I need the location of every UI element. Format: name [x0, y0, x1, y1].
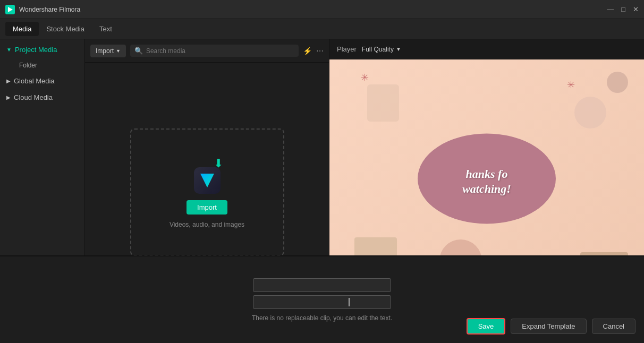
tab-media[interactable]: Media	[5, 22, 39, 36]
quality-label: Full Quality	[362, 46, 394, 53]
arrow-icon-global: ▶	[6, 78, 11, 84]
sparkle-icon: ✳	[567, 79, 575, 91]
video-text: hanks fowatching!	[462, 166, 511, 196]
template-panel: There is no replaceable clip, you can ed…	[0, 255, 644, 343]
more-options-icon[interactable]: ⋯	[316, 47, 324, 55]
sidebar-item-cloud-media[interactable]: ▶ Cloud Media	[0, 89, 84, 106]
search-icon: 🔍	[134, 47, 143, 55]
minimize-btn[interactable]: —	[607, 5, 614, 13]
sidebar-label-project-media: Project Media	[15, 46, 57, 54]
sidebar-item-project-media[interactable]: ▼ Project Media	[0, 41, 84, 58]
template-input-2[interactable]	[253, 295, 391, 309]
bottom-actions: Save Expand Template Cancel	[467, 318, 635, 335]
template-input-1[interactable]	[253, 278, 391, 292]
filmora-logo-icon	[194, 167, 221, 194]
import-zone-button[interactable]: Import	[187, 200, 227, 215]
import-button[interactable]: Import ▼	[90, 45, 126, 57]
top-tabs: Media Stock Media Text	[0, 19, 644, 39]
window-controls: — □ ✕	[607, 5, 639, 13]
download-arrow-icon: ⬇	[214, 157, 223, 170]
quality-selector[interactable]: Full Quality ▼	[362, 46, 401, 53]
app-title: Wondershare Filmora	[19, 6, 607, 13]
import-drop-zone[interactable]: ⬇ Import Videos, audio, and images	[130, 128, 284, 256]
import-zone-icon: ⬇	[189, 157, 226, 194]
save-button[interactable]: Save	[467, 318, 506, 335]
expand-template-button[interactable]: Expand Template	[511, 319, 586, 334]
quality-dropdown-arrow: ▼	[396, 46, 401, 52]
import-dropdown-arrow: ▼	[116, 48, 121, 54]
player-label: Player	[337, 45, 357, 53]
template-hint: There is no replaceable clip, you can ed…	[252, 314, 392, 322]
template-inputs	[253, 278, 391, 309]
arrow-icon-cloud: ▶	[6, 95, 11, 100]
player-header: Player Full Quality ▼	[329, 39, 644, 59]
sidebar-item-folder[interactable]: Folder	[0, 58, 84, 73]
arrow-icon: ▼	[6, 47, 12, 53]
tab-stock-media[interactable]: Stock Media	[39, 22, 92, 36]
deco-circle-2	[607, 72, 628, 93]
app-logo	[5, 5, 15, 14]
cancel-button[interactable]: Cancel	[592, 319, 635, 334]
search-box: 🔍	[130, 45, 299, 57]
sidebar-item-global-media[interactable]: ▶ Global Media	[0, 73, 84, 89]
maximize-btn[interactable]: □	[621, 5, 625, 13]
import-label: Import	[96, 47, 114, 55]
media-toolbar: Import ▼ 🔍 ⚡ ⋯	[85, 39, 329, 63]
filter-icon[interactable]: ⚡	[303, 47, 312, 55]
tab-text[interactable]: Text	[92, 22, 120, 36]
sparkle-icon-2: ✳	[361, 72, 369, 83]
titlebar: Wondershare Filmora — □ ✕	[0, 0, 644, 19]
text-cursor	[349, 298, 350, 306]
import-zone-description: Videos, audio, and images	[170, 221, 244, 228]
sidebar-label-global-media: Global Media	[14, 77, 55, 85]
sidebar-label-cloud-media: Cloud Media	[14, 93, 53, 101]
deco-circle-1	[574, 97, 606, 128]
search-input[interactable]	[146, 47, 294, 55]
deco-perfume	[367, 84, 399, 122]
close-btn[interactable]: ✕	[633, 5, 639, 13]
